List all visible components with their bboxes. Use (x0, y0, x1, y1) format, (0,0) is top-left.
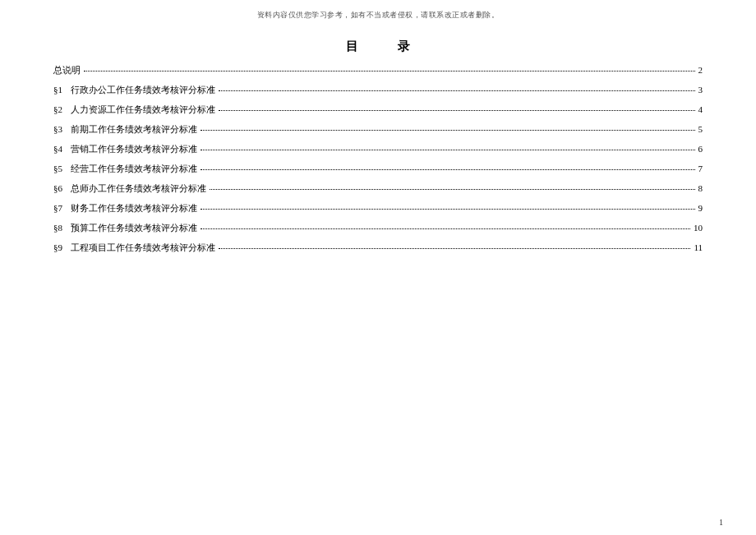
toc-entry-label: 工程项目工作任务绩效考核评分标准 (71, 243, 215, 252)
toc-entry-page: 2 (698, 66, 703, 75)
toc-title: 目 录 (0, 39, 756, 54)
toc-entry-label: 总师办工作任务绩效考核评分标准 (71, 184, 206, 193)
toc-leader-dots (84, 71, 695, 71)
toc-entry: §9 工程项目工作任务绩效考核评分标准 11 (53, 243, 703, 252)
page-number: 1 (719, 518, 723, 527)
toc-leader-dots (201, 150, 695, 150)
toc-entry-page: 5 (698, 125, 703, 134)
toc-entry: §3 前期工作任务绩效考核评分标准 5 (53, 125, 703, 134)
toc-leader-dots (201, 169, 695, 170)
toc-leader-dots (201, 130, 695, 131)
toc-entry-label: 总说明 (53, 66, 81, 75)
toc-entry-prefix: §7 (53, 204, 62, 213)
toc-entry-page: 11 (694, 243, 703, 252)
table-of-contents: 总说明 2 §1 行政办公工作任务绩效考核评分标准 3 §2 人力资源工作任务绩… (53, 66, 703, 252)
toc-entry-page: 7 (698, 164, 703, 173)
toc-entry-label: 前期工作任务绩效考核评分标准 (71, 125, 197, 134)
toc-entry: §5 经营工作任务绩效考核评分标准 7 (53, 164, 703, 173)
toc-entry-prefix: §1 (53, 85, 62, 95)
toc-entry: §7 财务工作任务绩效考核评分标准 9 (53, 204, 703, 213)
toc-entry-prefix: §2 (53, 105, 62, 114)
toc-entry-page: 6 (698, 145, 703, 154)
toc-entry-label: 预算工作任务绩效考核评分标准 (71, 224, 197, 233)
toc-entry-page: 3 (698, 85, 703, 95)
toc-entry: 总说明 2 (53, 66, 703, 75)
toc-leader-dots (201, 209, 695, 210)
toc-entry-prefix: §3 (53, 125, 62, 134)
toc-entry: §2 人力资源工作任务绩效考核评分标准 4 (53, 105, 703, 114)
toc-entry-prefix: §5 (53, 164, 62, 173)
toc-entry-prefix: §9 (53, 243, 62, 252)
toc-entry: §6 总师办工作任务绩效考核评分标准 8 (53, 184, 703, 193)
toc-entry-page: 10 (694, 224, 703, 233)
toc-entry-label: 财务工作任务绩效考核评分标准 (71, 204, 197, 213)
toc-entry-label: 经营工作任务绩效考核评分标准 (71, 164, 197, 173)
toc-entry: §1 行政办公工作任务绩效考核评分标准 3 (53, 85, 703, 95)
toc-entry-page: 9 (698, 204, 703, 213)
toc-leader-dots (210, 189, 695, 190)
toc-entry-prefix: §6 (53, 184, 62, 193)
toc-entry: §8 预算工作任务绩效考核评分标准 10 (53, 224, 703, 233)
toc-leader-dots (219, 110, 695, 111)
toc-leader-dots (219, 90, 695, 91)
toc-entry-prefix: §4 (53, 145, 62, 154)
toc-entry: §4 营销工作任务绩效考核评分标准 6 (53, 145, 703, 154)
toc-entry-label: 人力资源工作任务绩效考核评分标准 (71, 105, 215, 114)
toc-entry-prefix: §8 (53, 224, 62, 233)
toc-entry-page: 8 (698, 184, 703, 193)
toc-entry-page: 4 (698, 105, 703, 114)
toc-entry-label: 行政办公工作任务绩效考核评分标准 (71, 85, 215, 95)
toc-leader-dots (201, 228, 690, 229)
header-disclaimer: 资料内容仅供您学习参考，如有不当或者侵权，请联系改正或者删除。 (0, 0, 756, 21)
toc-leader-dots (219, 248, 690, 249)
toc-entry-label: 营销工作任务绩效考核评分标准 (71, 145, 197, 154)
